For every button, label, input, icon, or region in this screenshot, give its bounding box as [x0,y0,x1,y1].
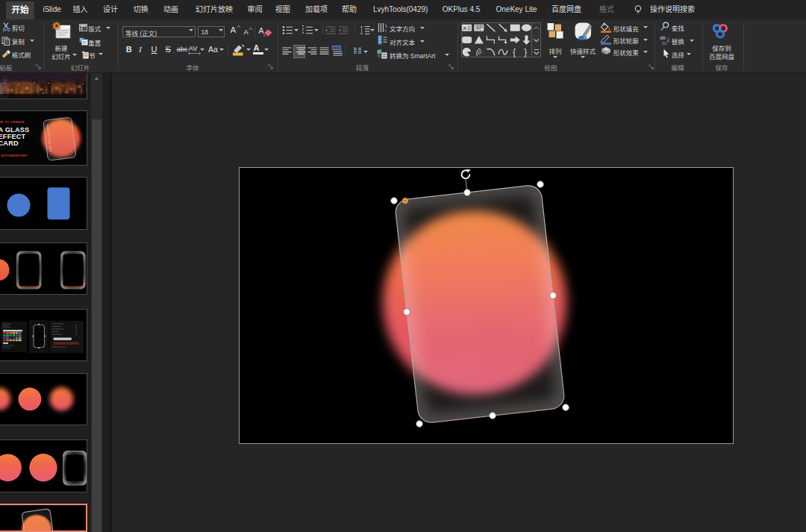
svg-text:}: } [524,47,527,57]
svg-text:{: { [513,47,516,57]
svg-text:A: A [463,26,467,31]
